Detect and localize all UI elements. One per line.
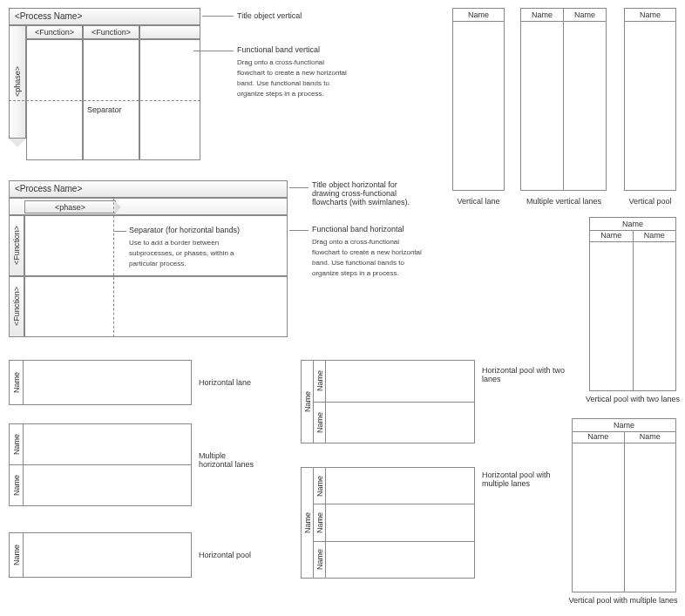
cff-h-title: <Process Name>: [9, 180, 288, 198]
vertical-lane-head: Name: [453, 9, 504, 22]
cap-vertical-lane: Vertical lane: [444, 197, 512, 206]
cap-hpool: Horizontal pool: [199, 551, 251, 559]
hpool-multi-l3: Name: [315, 549, 324, 570]
mvl-head2: Name: [564, 9, 606, 22]
cap-vertical-pool: Vertical pool: [619, 197, 682, 206]
cff-v-func1: <Function>: [26, 25, 83, 39]
hlane-head: Name: [12, 372, 21, 393]
horizontal-lane: Name: [9, 360, 192, 405]
hpool-multi-l1: Name: [315, 476, 324, 497]
vpool-multi-title: Name: [573, 419, 675, 432]
cff-h-func2: <Function>: [10, 287, 23, 326]
vpool-two-h1: Name: [590, 231, 634, 242]
cff-v-func2: <Function>: [83, 25, 139, 39]
cff-h-sep-title: Separator (for horizontal bands): [129, 226, 240, 234]
hpool-multi-l2: Name: [315, 512, 324, 533]
vpool-multi-h1: Name: [573, 432, 625, 443]
cff-h-func1: <Function>: [10, 226, 23, 265]
mhl-h2: Name: [12, 475, 21, 496]
vpool-two-h2: Name: [634, 231, 676, 242]
vpool-two: Name Name Name: [589, 217, 676, 391]
mvl-head1: Name: [521, 9, 563, 22]
multiple-vertical-lanes: Name Name: [520, 8, 607, 191]
hpool-two: Name Name Name: [301, 360, 475, 443]
cff-v-separator-label: Separator: [87, 105, 122, 114]
hpool-two-l2: Name: [315, 412, 324, 433]
hpool-multi-title: Name: [303, 512, 312, 533]
vpool-multi: Name Name Name: [572, 418, 676, 592]
cap-vpool-two: Vertical pool with two lanes: [580, 395, 685, 403]
cff-v-phase-label: <phase>: [13, 66, 22, 97]
vertical-lane: Name: [452, 8, 505, 191]
cap-mvl: Multiple vertical lanes: [516, 197, 612, 206]
cap-mhl: Multiple horizontal lanes: [199, 451, 260, 469]
hpool-two-l1: Name: [315, 370, 324, 391]
hpool-two-title: Name: [303, 391, 312, 412]
cap-hpool-two: Horizontal pool with two lanes: [482, 366, 578, 383]
cap-hpool-multi: Horizontal pool with multiple lanes: [482, 470, 569, 488]
multi-hlanes: Name Name: [9, 423, 192, 506]
ann-title-v: Title object vertical: [237, 11, 302, 20]
cap-vpool-multi: Vertical pool with multiple lanes: [558, 596, 685, 605]
ann-title-h: Title object horizontal for drawing cros…: [312, 180, 425, 206]
ann-fb-h-title: Functional band horizontal: [312, 225, 404, 234]
ann-fb-v-desc: Drag onto a cross-functional flowchart t…: [237, 58, 350, 99]
vpool-multi-h2: Name: [625, 432, 676, 443]
vertical-pool-head: Name: [625, 9, 675, 22]
cap-hlane: Horizontal lane: [199, 378, 251, 387]
hpool-head: Name: [12, 545, 21, 565]
horizontal-pool: Name: [9, 532, 192, 578]
vpool-two-title: Name: [590, 218, 675, 231]
cff-v-title: <Process Name>: [9, 8, 200, 25]
cff-h-phase-label: <phase>: [55, 203, 85, 212]
ann-fb-h-desc: Drag onto a cross-functional flowchart t…: [312, 237, 424, 279]
hpool-multi: Name Name Name Name: [301, 467, 475, 579]
ann-fb-v-title: Functional band vertical: [237, 45, 320, 54]
mhl-h1: Name: [12, 434, 21, 455]
vertical-pool: Name: [624, 8, 676, 191]
cff-h-sep-desc: Use to add a border between subprocesses…: [129, 238, 251, 269]
